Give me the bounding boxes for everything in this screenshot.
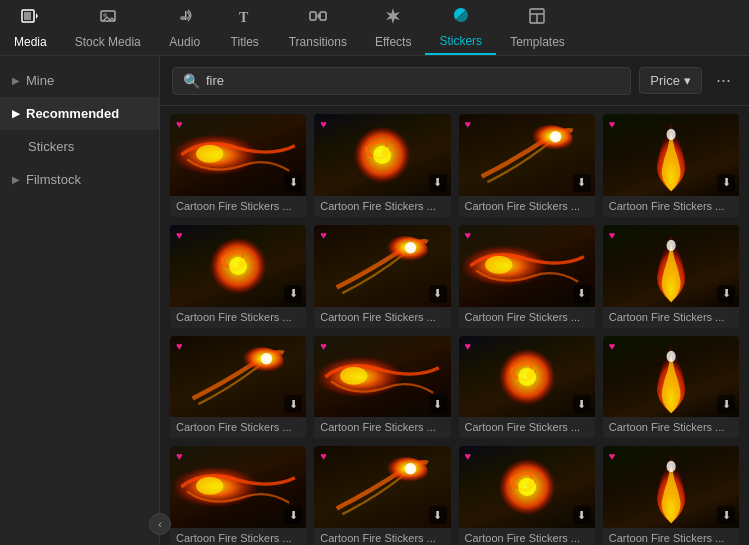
favorite-icon: ♥ — [176, 118, 183, 130]
main-layout: ▶ Mine ▶ Recommended Stickers ▶ Filmstoc… — [0, 56, 749, 545]
svg-point-19 — [666, 129, 675, 140]
thumbnail-inner: ♥ ⬇ — [459, 446, 595, 528]
download-icon[interactable]: ⬇ — [429, 506, 447, 524]
grid-item[interactable]: ♥ ⬇ Cartoon Fire Stickers ... — [459, 446, 595, 545]
thumbnail-wrap: ♥ ⬇ — [170, 446, 306, 528]
download-icon[interactable]: ⬇ — [573, 506, 591, 524]
nav-effects-label: Effects — [375, 35, 411, 49]
download-icon[interactable]: ⬇ — [573, 395, 591, 413]
download-icon[interactable]: ⬇ — [717, 285, 735, 303]
sidebar-item-recommended[interactable]: ▶ Recommended — [0, 97, 159, 130]
thumbnail-inner: ♥ ⬇ — [314, 114, 450, 196]
effects-icon — [383, 6, 403, 31]
search-icon: 🔍 — [183, 73, 200, 89]
download-icon[interactable]: ⬇ — [717, 506, 735, 524]
favorite-icon: ♥ — [465, 118, 472, 130]
grid-item[interactable]: ♥ ⬇ Cartoon Fire Stickers ... — [603, 336, 739, 439]
thumbnail-wrap: ♥ ⬇ — [314, 114, 450, 196]
svg-point-27 — [238, 347, 283, 374]
search-input[interactable] — [206, 73, 620, 88]
download-icon[interactable]: ⬇ — [284, 395, 302, 413]
grid-item[interactable]: ♥ ⬇ Cartoon Fire Stickers ... — [170, 225, 306, 328]
download-icon[interactable]: ⬇ — [573, 174, 591, 192]
price-filter-button[interactable]: Price ▾ — [639, 67, 702, 94]
download-icon[interactable]: ⬇ — [284, 285, 302, 303]
templates-icon — [527, 6, 547, 31]
svg-point-37 — [405, 463, 416, 474]
item-label: Cartoon Fire Stickers ... — [170, 528, 306, 545]
thumbnail-wrap: ♥ ⬇ — [170, 336, 306, 418]
grid-item[interactable]: ♥ ⬇ Cartoon Fire Stickers ... — [170, 114, 306, 217]
favorite-icon: ♥ — [320, 450, 327, 462]
svg-point-25 — [485, 255, 512, 273]
item-label: Cartoon Fire Stickers ... — [459, 196, 595, 217]
grid-item[interactable]: ♥ ⬇ Cartoon Fire Stickers ... — [314, 225, 450, 328]
download-icon[interactable]: ⬇ — [717, 174, 735, 192]
thumbnail-wrap: ♥ ⬇ — [170, 114, 306, 196]
grid-item[interactable]: ♥ ⬇ Cartoon Fire Stickers ... — [314, 336, 450, 439]
svg-rect-6 — [185, 11, 187, 20]
grid-item[interactable]: ♥ ⬇ Cartoon Fire Stickers ... — [314, 446, 450, 545]
thumbnail-wrap: ♥ ⬇ — [603, 225, 739, 307]
nav-stock-media[interactable]: Stock Media — [61, 0, 155, 55]
svg-point-16 — [373, 146, 391, 164]
thumbnail-wrap: ♥ ⬇ — [170, 225, 306, 307]
favorite-icon: ♥ — [176, 450, 183, 462]
sidebar-item-mine[interactable]: ▶ Mine — [0, 64, 159, 97]
thumbnail-wrap: ♥ ⬇ — [603, 114, 739, 196]
nav-media-label: Media — [14, 35, 47, 49]
thumbnail-inner: ♥ ⬇ — [170, 446, 306, 528]
sidebar-collapse-button[interactable]: ‹ — [149, 513, 171, 535]
nav-audio-label: Audio — [169, 35, 200, 49]
download-icon[interactable]: ⬇ — [429, 174, 447, 192]
audio-icon — [175, 6, 195, 31]
grid-scroll: ♥ ⬇ Cartoon Fire Stickers ... ♥ — [160, 106, 749, 545]
download-icon[interactable]: ⬇ — [429, 395, 447, 413]
download-icon[interactable]: ⬇ — [573, 285, 591, 303]
nav-transitions[interactable]: Transitions — [275, 0, 361, 55]
thumbnail-wrap: ♥ ⬇ — [314, 446, 450, 528]
favorite-icon: ♥ — [176, 340, 183, 352]
thumbnail-inner: ♥ ⬇ — [314, 336, 450, 418]
sticker-grid: ♥ ⬇ Cartoon Fire Stickers ... ♥ — [170, 114, 739, 545]
svg-rect-2 — [24, 12, 31, 20]
download-icon[interactable]: ⬇ — [429, 285, 447, 303]
chevron-down-icon: ▶ — [12, 108, 20, 119]
item-label: Cartoon Fire Stickers ... — [314, 417, 450, 438]
favorite-icon: ♥ — [465, 229, 472, 241]
sidebar-item-filmstock[interactable]: ▶ Filmstock — [0, 163, 159, 196]
sidebar-item-stickers[interactable]: Stickers — [0, 130, 159, 163]
svg-point-28 — [261, 353, 272, 364]
download-icon[interactable]: ⬇ — [284, 174, 302, 192]
nav-templates[interactable]: Templates — [496, 0, 579, 55]
item-label: Cartoon Fire Stickers ... — [314, 196, 450, 217]
search-bar: 🔍 Price ▾ ··· — [160, 56, 749, 106]
grid-item[interactable]: ♥ ⬇ Cartoon Fire Stickers ... — [170, 446, 306, 545]
item-label: Cartoon Fire Stickers ... — [459, 307, 595, 328]
search-input-wrap[interactable]: 🔍 — [172, 67, 631, 95]
nav-titles[interactable]: T Titles — [215, 0, 275, 55]
nav-effects[interactable]: Effects — [361, 0, 425, 55]
thumbnail-wrap: ♥ ⬇ — [459, 446, 595, 528]
grid-item[interactable]: ♥ ⬇ Cartoon Fire Stickers ... — [170, 336, 306, 439]
nav-audio[interactable]: Audio — [155, 0, 215, 55]
grid-item[interactable]: ♥ ⬇ Cartoon Fire Stickers ... — [603, 446, 739, 545]
nav-media[interactable]: Media — [0, 0, 61, 55]
grid-item[interactable]: ♥ ⬇ Cartoon Fire Stickers ... — [603, 225, 739, 328]
svg-point-18 — [549, 131, 560, 142]
svg-rect-9 — [320, 12, 326, 20]
grid-item[interactable]: ♥ ⬇ Cartoon Fire Stickers ... — [459, 225, 595, 328]
nav-stickers[interactable]: Stickers — [425, 0, 496, 55]
grid-item[interactable]: ♥ ⬇ Cartoon Fire Stickers ... — [603, 114, 739, 217]
sidebar-recommended-label: Recommended — [26, 106, 119, 121]
download-icon[interactable]: ⬇ — [284, 506, 302, 524]
sidebar-stickers-label: Stickers — [28, 139, 74, 154]
chevron-right-icon: ▶ — [12, 75, 20, 86]
svg-point-14 — [196, 145, 223, 163]
grid-item[interactable]: ♥ ⬇ Cartoon Fire Stickers ... — [314, 114, 450, 217]
download-icon[interactable]: ⬇ — [717, 395, 735, 413]
more-options-button[interactable]: ··· — [710, 66, 737, 95]
grid-item[interactable]: ♥ ⬇ Cartoon Fire Stickers ... — [459, 114, 595, 217]
svg-point-33 — [666, 350, 675, 361]
grid-item[interactable]: ♥ ⬇ Cartoon Fire Stickers ... — [459, 336, 595, 439]
